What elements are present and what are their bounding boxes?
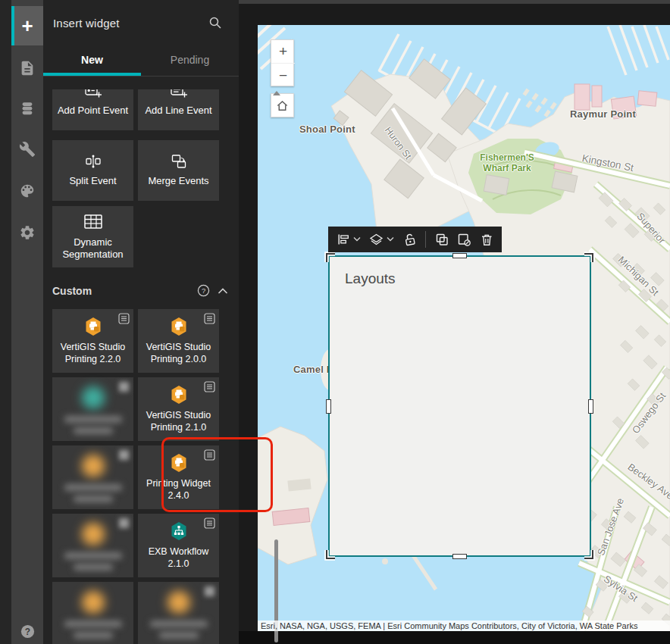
widget-label: EXB Workflow 2.1.0: [142, 546, 216, 570]
builder-sidebar: + ?: [11, 0, 43, 644]
widget-tile-dynamic-segmentation[interactable]: Dynamic Segmentation: [52, 206, 133, 267]
widget-label: Split Event: [65, 175, 120, 187]
widget-tile-blurred[interactable]: [52, 377, 133, 441]
widget-toolbar: [328, 227, 502, 252]
order-dropdown[interactable]: [387, 236, 394, 242]
panel-title: Insert widget: [53, 17, 120, 30]
widget-tile-add-line-event[interactable]: Add Line Event: [138, 89, 219, 130]
resize-handle-bottom-left[interactable]: [324, 549, 337, 561]
database-icon: [19, 100, 36, 117]
widget-tile-vertigis-printing-220[interactable]: VertiGIS Studio Printing 2.2.0: [52, 309, 133, 373]
widget-label: Add Point Event: [54, 105, 132, 117]
panel-header: Insert widget: [43, 0, 239, 45]
resize-handle-right[interactable]: [588, 399, 593, 414]
widget-tile-blurred[interactable]: [52, 445, 133, 509]
widget-label: VertiGIS Studio Printing 2.0.0: [142, 342, 216, 365]
widget-tile-merge-events[interactable]: Merge Events: [138, 140, 219, 201]
order-button[interactable]: [369, 233, 384, 246]
widget-tile-printing-widget-240[interactable]: Printing Widget 2.4.0: [138, 445, 219, 509]
align-dropdown[interactable]: [353, 236, 361, 242]
sidebar-item-tools[interactable]: [11, 133, 43, 165]
widget-label: VertiGIS Studio Printing 2.2.0: [56, 342, 130, 365]
gear-icon: [19, 224, 36, 241]
canvas-bottom-edge: [239, 631, 670, 644]
layers-icon: [369, 233, 384, 246]
align-button[interactable]: [337, 233, 350, 246]
tab-pending[interactable]: Pending: [141, 45, 239, 76]
zoom-in-button[interactable]: +: [271, 40, 295, 64]
sidebar-item-data[interactable]: [11, 92, 43, 124]
scroll-up-arrow[interactable]: [273, 91, 280, 95]
sidebar-item-theme[interactable]: [11, 175, 43, 207]
blurred-widget-icon: [82, 455, 105, 477]
hide-widget-button[interactable]: [457, 233, 471, 246]
hide-page-icon: [457, 233, 471, 246]
sidebar-item-settings[interactable]: [11, 217, 43, 249]
panel-tabs: New Pending: [43, 45, 239, 77]
merge-events-icon: [171, 153, 187, 170]
resize-handle-top-right[interactable]: [583, 252, 595, 264]
magnifier-icon: [208, 16, 222, 30]
chevron-down-icon: [353, 236, 361, 242]
widget-label: VertiGIS Studio Printing 2.1.0: [142, 410, 216, 433]
chevron-up-icon[interactable]: [218, 287, 228, 295]
blurred-widget-icon: [168, 591, 190, 614]
help-circle-icon[interactable]: ?: [197, 284, 210, 297]
widget-tile-vertigis-printing-200[interactable]: VertiGIS Studio Printing 2.0.0: [138, 309, 219, 373]
lock-button[interactable]: [402, 233, 416, 246]
duplicate-button[interactable]: [435, 233, 449, 246]
custom-section-label: Custom: [52, 285, 92, 297]
sidebar-item-insert[interactable]: +: [11, 6, 43, 45]
resize-handle-bottom-right[interactable]: [583, 549, 595, 561]
blurred-widget-icon: [82, 386, 105, 409]
widget-tile-blurred[interactable]: [138, 582, 219, 644]
map-view[interactable]: Shoal Point Huron St Raymur Point Kingst…: [258, 25, 670, 631]
info-doc-icon[interactable]: [118, 313, 130, 324]
info-doc-icon[interactable]: [204, 517, 215, 529]
resize-handle-top-left[interactable]: [324, 252, 337, 264]
home-button[interactable]: [271, 93, 294, 117]
sidebar-item-help[interactable]: ?: [11, 615, 43, 644]
resize-handle-bottom[interactable]: [452, 554, 467, 559]
layouts-widget-title: Layouts: [345, 270, 396, 287]
printing-hex-icon: [170, 453, 188, 473]
tab-new[interactable]: New: [43, 45, 141, 76]
widget-tile-exb-workflow-210[interactable]: EXB Workflow 2.1.0: [138, 514, 219, 577]
blurred-widget-icon: [82, 523, 105, 546]
widget-tile-split-event[interactable]: Split Event: [52, 140, 133, 201]
printing-hex-icon: [170, 317, 188, 336]
info-doc-icon[interactable]: [204, 449, 215, 461]
widget-tile-add-point-event[interactable]: Add Point Event: [52, 89, 133, 130]
widget-label: Merge Events: [144, 175, 212, 187]
layouts-widget[interactable]: Layouts: [328, 255, 591, 557]
toolbar-divider: [425, 231, 426, 248]
plus-icon: +: [21, 16, 33, 36]
align-icon: [337, 233, 350, 246]
widget-label: Add Line Event: [141, 105, 215, 117]
point-event-icon: [84, 89, 102, 99]
custom-section-header: Custom ?: [52, 284, 230, 304]
resize-handle-left[interactable]: [326, 399, 331, 414]
widget-tile-vertigis-printing-210[interactable]: VertiGIS Studio Printing 2.1.0: [138, 377, 219, 441]
svg-text:?: ?: [202, 286, 205, 295]
canvas-area: Shoal Point Huron St Raymur Point Kingst…: [239, 0, 670, 644]
trash-icon: [480, 233, 493, 246]
widget-tile-blurred[interactable]: [52, 582, 133, 644]
widget-label: Dynamic Segmentation: [52, 236, 133, 261]
insert-widget-panel: Insert widget New Pending Add Point Even…: [43, 0, 239, 644]
help-icon: ?: [20, 624, 36, 639]
widget-list: Add Point Event Add Line Event Split Eve…: [43, 89, 239, 644]
zoom-control: + −: [271, 39, 294, 86]
widget-tile-blurred[interactable]: [52, 514, 133, 577]
blurred-widget-icon: [82, 591, 105, 614]
sidebar-item-page[interactable]: [11, 52, 43, 84]
search-button[interactable]: [208, 16, 222, 30]
wrench-icon: [19, 141, 36, 158]
resize-handle-top[interactable]: [452, 253, 467, 258]
delete-button[interactable]: [480, 233, 493, 246]
zoom-out-button[interactable]: −: [271, 64, 295, 87]
info-doc-icon[interactable]: [204, 381, 215, 392]
info-doc-icon[interactable]: [204, 313, 215, 324]
table-icon: [83, 213, 103, 231]
home-icon: [276, 99, 289, 112]
